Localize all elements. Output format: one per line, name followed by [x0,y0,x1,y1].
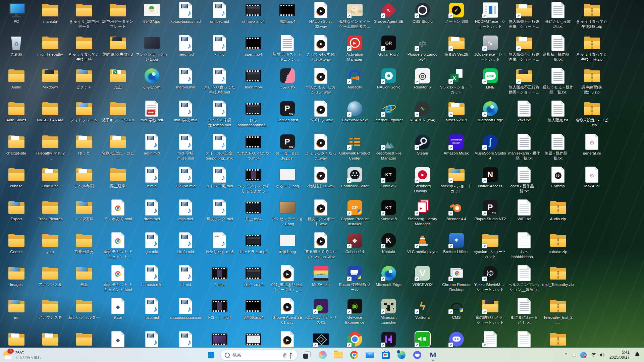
desktop-icon[interactable]: ▶↗Activation Manager [338,35,372,62]
desktop-icon[interactable]: ♪mid_学校.mid [169,101,203,123]
desktop-icon[interactable]: ↗Epson 接続診断ツール [338,265,372,292]
tray-chevron-icon[interactable]: ⌃ [564,353,568,357]
desktop-icon[interactable]: ゆ↗YukkuriMovieM… - ショートカット [473,265,507,292]
desktop-icon[interactable]: 名称未設定1 - コピー.zip [575,101,609,127]
desktop-icon[interactable]: ♪タイトル未設定. tempo.orig1.mid [203,134,236,161]
desktop-icon[interactable]: ↗Steinberg Downlo… [406,167,439,193]
desktop-icon[interactable]: ♪mero.mid [169,35,203,57]
desktop-icon[interactable]: アナウンス夏 [33,265,67,287]
desktop-icon[interactable]: ラベル印刷 [67,167,101,189]
desktop-icon[interactable]: だれだFXいれたやつ.mp4 [236,134,270,161]
desktop-icon[interactable]: 新しいフォルダー [67,298,101,320]
desktop-icon[interactable]: cubase.zip [541,232,575,254]
desktop-icon[interactable]: Fコード.mp4 [203,298,236,320]
desktop-icon[interactable] [33,331,67,348]
desktop-icon[interactable]: ▶001_東北きりたん（ノーマル）_今じゃ… [270,265,304,292]
desktop-icon[interactable]: Audio [0,68,33,90]
desktop-icon[interactable]: ↗Amazon Music [439,134,473,156]
desktop-icon[interactable]: ♪td.mid [169,265,203,287]
desktop-icon[interactable]: ◉↗GeForce Experience [338,298,372,325]
desktop-icon[interactable]: プレゼンテーション1.jpg [135,35,169,62]
desktop-icon[interactable]: ♪メドレー風.mid [203,167,236,189]
desktop-icon[interactable]: ↗無人販売不正行為画像 - ショートカッ… [507,2,541,29]
desktop-icon[interactable]: ↗Steinberg Library Manager [406,199,439,226]
desktop-icon[interactable]: ↗Chrome Remote Desktop [439,265,473,292]
desktop-icon[interactable]: ↗Minecraft Launcher [372,298,406,325]
desktop-icon[interactable]: 路上駐車 [101,167,135,189]
tray-x-icon[interactable]: ✕ [572,352,576,358]
desktop-icon[interactable]: MP3♪わかりやす.mp3 [203,232,236,254]
desktop-icon[interactable]: きゅうり食ってた午後三時.zip [575,35,609,62]
desktop-icon[interactable]: ♪rajio.mid [169,199,203,222]
desktop-icon[interactable]: きゅうり食ってた午後三時 [67,35,101,62]
desktop-icon[interactable]: ↗ [338,331,372,348]
desktop-icon[interactable]: Pおーばーまにあ.ppsf [270,134,304,161]
edge-button[interactable] [395,349,408,361]
desktop-icon[interactable]: 営業日変更 [67,232,101,254]
desktop-icon[interactable]: テンポあて.html [101,199,135,222]
desktop-icon[interactable]: Mixdown [33,68,67,90]
desktop-icon[interactable]: 新規 テキスト ドキュメント (2).html [101,232,135,259]
desktop-icon[interactable]: Telepathy_Inst_2… [541,298,575,325]
desktop-icon[interactable]: ✶↗Brother Utilities [439,232,473,254]
desktop-icon[interactable]: おっhhhhhhhhhhhhh… [236,101,270,127]
desktop-icon[interactable]: PDFmid_学校.pdf [135,101,169,123]
m-app-button[interactable]: M [427,349,439,361]
desktop-icon[interactable]: ピクチャ [67,68,101,90]
desktop-icon[interactable]: レジ袋有料 [67,199,101,222]
desktop-icon[interactable]: P↗Piapro Studio NT2 [473,199,507,222]
desktop-icon[interactable]: ♪sirofo.mid [169,232,203,254]
desktop-icon[interactable]: ▶HALion Sonic 02.wav [304,2,338,29]
desktop-icon[interactable]: K↗Kontakt [372,232,406,254]
task-view-button[interactable] [301,349,313,361]
desktop-icon[interactable]: ♪mid_学校 muse.mid [169,134,203,161]
desktop-icon[interactable]: ヘルスコンプレッション__歌詞.txt [507,265,541,292]
desktop-icon[interactable]: ohhayo-.mp4 [236,2,270,24]
desktop-icon[interactable] [0,331,33,348]
desktop-icon[interactable]: ▶ [270,331,304,348]
desktop-icon[interactable]: ♪PVTNd.mid [169,167,203,189]
desktop-icon[interactable]: Export [0,199,33,222]
desktop-icon[interactable]: ♪きゅうり食ってた午後3時.mid [203,68,236,95]
desktop-icon[interactable]: ▶小銭詰まり.wav [304,167,338,189]
desktop-icon[interactable]: ▶よりうるさくなった.wav [304,134,338,161]
desktop-icon[interactable]: Gemini [0,232,33,254]
desktop-icon[interactable]: ▶ずんだもん_しおかぜふ.wav [304,68,338,95]
desktop-icon[interactable]: chatgpt-site [0,134,33,156]
desktop-icon[interactable]: ksks.txt [507,101,541,123]
desktop-icon[interactable]: 名称未設定1 - コピー [101,134,135,161]
desktop-icon[interactable]: ▶パズドラ.wav [304,101,338,123]
desktop-icon[interactable]: ∿↗Groove Agent SE 5 [372,2,406,29]
desktop-icon[interactable]: ↗HDDFMT.exe - ショートカット [473,2,507,29]
desktop-icon[interactable]: ↗CMS [439,298,473,320]
desktop-icon[interactable]: 調声練習(失敗)_3.zip [575,68,609,95]
desktop-icon[interactable]: 新規 テキスト ドキュメント.musicxml [270,35,304,62]
desktop-icon[interactable]: 画像1.png [270,232,304,254]
desktop-icon[interactable]: ♪kotusytuaaus.mid [169,2,203,24]
desktop-icon[interactable]: きゅうり_調声用データ [67,2,101,29]
desktop-icon[interactable]: ♪タイトル未設定.tempo.mid [203,101,236,127]
desktop-icon[interactable]: ↗ [406,331,439,348]
desktop-icon[interactable]: teion.mp4 [236,68,270,90]
desktop-icon[interactable] [236,331,270,348]
desktop-icon[interactable]: ↗9.5.xlsx - ショートカット [439,68,473,95]
desktop-icon[interactable]: ◆↗Cubase 14 [338,232,372,254]
desktop-icon[interactable]: ♪jusu.mid [135,298,169,320]
notification-bell-button[interactable]: z [634,352,641,358]
search-box[interactable]: 検索 [220,350,298,360]
desktop-icon[interactable]: ゆF.ymmp [541,167,575,189]
desktop-icon[interactable]: ↗筆まめ Ver.28 [439,35,473,57]
desktop-icon[interactable]: きゅうり食ってた午後3時 .zip [575,2,609,29]
desktop-icon[interactable]: 65407.jpg [135,2,169,24]
desktop-icon[interactable]: open.mp4 [236,35,270,57]
desktop-icon[interactable]: PUntitled.ppsf [270,101,304,123]
desktop-icon[interactable]: ♪gpt.mid [135,232,169,254]
desktop-icon[interactable]: 最新 [67,265,101,287]
desktop-icon[interactable]: まにまにわーるど！.txt [507,298,541,325]
desktop-icon[interactable]: おっhhhhhhhhhh… [507,232,541,259]
desktop-icon[interactable]: ↗家の防犯カメラ - ショートカット [473,298,507,325]
desktop-icon[interactable]: Images [0,265,33,287]
desktop-icon[interactable]: e↗Internet Explorer [372,101,406,123]
desktop-icon[interactable]: ▶こってゅhdすおfふぁお.wav [304,35,338,62]
desktop-icon[interactable]: Track Pictures [33,199,67,222]
